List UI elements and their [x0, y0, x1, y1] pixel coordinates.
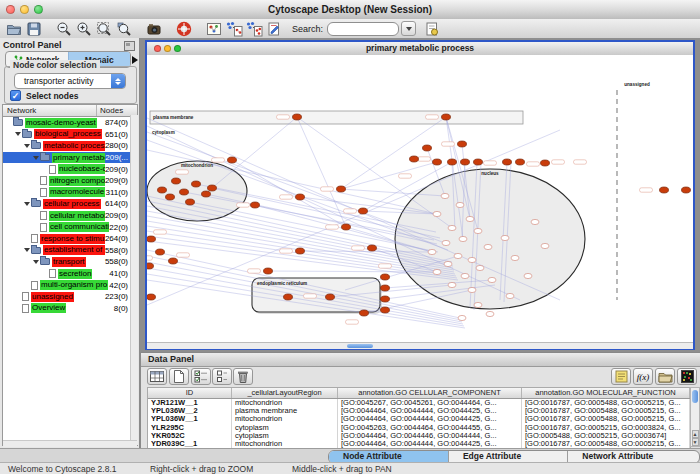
tree-row[interactable]: macromolecule met311(0)	[3, 187, 137, 199]
table-cell[interactable]: [GO:0044464, GO:0044444, GO:0044425, G..…	[338, 440, 522, 448]
expander-icon[interactable]	[23, 202, 31, 206]
gene-node-selected-color[interactable]	[381, 285, 390, 291]
table-row[interactable]: YKR052Ccytoplasm[GO:0044464, GO:0044446,…	[148, 432, 690, 440]
gene-node[interactable]	[458, 315, 466, 320]
table-row[interactable]: YPL036W__1mitochondrion[GO:0044464, GO:0…	[148, 415, 690, 423]
attribute-table-icon[interactable]	[147, 368, 167, 385]
table-column-header[interactable]: _cellularLayoutRegion	[232, 388, 338, 398]
gene-node-selected-color[interactable]	[682, 187, 691, 193]
gene-node[interactable]	[524, 273, 532, 278]
gene-node[interactable]	[428, 249, 436, 254]
tree-row[interactable]: transport558(0)	[3, 256, 137, 268]
table-column-header[interactable]: annotation.GO MOLECULAR_FUNCTION	[522, 388, 690, 398]
table-cell[interactable]: [GO:0045263, GO:0044464, GO:0044455, G..…	[338, 424, 522, 432]
gene-node-selected-color[interactable]	[660, 187, 669, 193]
gene-node-selected-color[interactable]	[423, 145, 432, 151]
gene-node-selected-color[interactable]	[442, 114, 451, 120]
search-dropdown-button[interactable]	[401, 21, 416, 36]
expander-icon[interactable]	[23, 144, 31, 148]
expander-icon[interactable]	[32, 156, 40, 160]
help-icon[interactable]	[174, 20, 194, 37]
tree-row[interactable]: unassigned223(0)	[3, 291, 137, 303]
table-cell[interactable]: [GO:0045267, GO:0045261, GO:0044464, G..…	[338, 399, 522, 407]
table-cell[interactable]: YJR121W__1	[148, 399, 232, 407]
table-cell[interactable]: [GO:0005488, GO:0005215, GO:0003674]	[522, 432, 690, 440]
gene-node[interactable]	[456, 202, 464, 207]
gene-node-selected-color[interactable]	[284, 294, 293, 300]
zoom-selected-icon[interactable]	[114, 20, 134, 37]
scroll-up-icon[interactable]: ▲	[692, 430, 699, 438]
gene-node[interactable]	[468, 257, 476, 262]
expander-icon[interactable]	[14, 132, 22, 136]
attribute-matrix-icon[interactable]	[677, 368, 697, 385]
color-attribute-dropdown[interactable]: transporter activity	[14, 73, 126, 89]
gene-node[interactable]	[454, 253, 462, 258]
gene-node-selected-color[interactable]	[503, 159, 512, 165]
gene-node-selected-color[interactable]	[458, 141, 467, 147]
gene-node[interactable]	[448, 225, 456, 230]
tree-row[interactable]: mosaic-demo-yeast874(0)	[3, 117, 137, 129]
tree-row[interactable]: nitrogen compound m209(0)	[3, 175, 137, 187]
zoom-fit-icon[interactable]	[94, 20, 114, 37]
table-cell[interactable]: [GO:0044464, GO:0044446, GO:0044444, G..…	[338, 432, 522, 440]
gene-node-selected-color[interactable]	[516, 159, 525, 165]
gene-node[interactable]	[442, 240, 450, 245]
tree-vertical-scrollbar[interactable]	[130, 115, 138, 445]
notes-icon[interactable]	[611, 368, 631, 385]
import-attributes-icon[interactable]	[655, 368, 675, 385]
gene-node-selected-color[interactable]	[293, 114, 302, 120]
tree-row[interactable]: cell communication22(0)	[3, 221, 137, 233]
import-edge-attributes-icon[interactable]	[244, 20, 264, 37]
delete-attribute-icon[interactable]	[233, 368, 253, 385]
gene-node-selected-color[interactable]	[296, 194, 305, 200]
snapshot-icon[interactable]	[144, 20, 164, 37]
table-cell[interactable]: cytoplasm	[232, 424, 338, 432]
table-cell[interactable]: YDR039C__1	[148, 440, 232, 448]
gene-node[interactable]	[448, 282, 456, 287]
select-attributes-icon[interactable]	[191, 368, 211, 385]
gene-node-selected-color[interactable]	[180, 189, 189, 195]
tab-overflow-arrow[interactable]	[132, 56, 138, 64]
gene-node-selected-color[interactable]	[186, 199, 195, 205]
gene-node[interactable]	[433, 211, 441, 216]
table-column-header[interactable]: annotation.GO CELLULAR_COMPONENT	[338, 388, 522, 398]
table-cell[interactable]: mitochondrion	[232, 415, 338, 423]
gene-node[interactable]	[484, 244, 492, 249]
gene-node-selected-color[interactable]	[326, 294, 335, 300]
gene-node-selected-color[interactable]	[166, 194, 175, 200]
gene-node[interactable]	[441, 193, 449, 198]
gene-node-selected-color[interactable]	[433, 159, 442, 165]
gene-node-selected-color[interactable]	[342, 224, 351, 230]
import-node-attributes-icon[interactable]	[224, 20, 244, 37]
scroll-down-icon[interactable]: ▼	[692, 438, 699, 446]
gene-node-selected-color[interactable]	[158, 187, 167, 193]
gene-node-selected-color[interactable]	[147, 263, 154, 269]
gene-node-selected-color[interactable]	[169, 258, 178, 264]
table-cell[interactable]: YPL036W__1	[148, 415, 232, 423]
table-cell[interactable]: mitochondrion	[232, 440, 338, 448]
unselect-attributes-icon[interactable]	[212, 368, 232, 385]
gene-node-selected-color[interactable]	[147, 294, 156, 300]
gene-node-selected-color[interactable]	[381, 296, 390, 302]
gene-node[interactable]	[511, 255, 519, 260]
tree-row[interactable]: Overview8(0)	[3, 303, 137, 315]
gene-node[interactable]	[474, 228, 482, 233]
gene-node[interactable]	[506, 293, 514, 298]
gene-node[interactable]	[433, 269, 441, 274]
table-cell[interactable]: cytoplasm	[232, 432, 338, 440]
gene-node-selected-color[interactable]	[202, 191, 211, 197]
select-nodes-checkbox[interactable]: ✓	[10, 90, 21, 101]
gene-node[interactable]	[501, 235, 509, 240]
gene-node-selected-color[interactable]	[461, 159, 470, 165]
quick-find-config-icon[interactable]	[422, 20, 442, 37]
gene-node-selected-color[interactable]	[337, 186, 346, 192]
table-cell[interactable]: [GO:0016787, GO:0005215, GO:0003824, G..…	[522, 424, 690, 432]
float-panel-icon[interactable]	[124, 41, 135, 51]
gene-node-selected-color[interactable]	[264, 268, 273, 274]
table-cell[interactable]: [GO:0016787, GO:0005488, GO:0005215, G..…	[522, 407, 690, 415]
vizmapper-icon[interactable]	[204, 20, 224, 37]
canvas-horizontal-scrollbar[interactable]	[147, 342, 693, 349]
table-row[interactable]: YPL036W__2plasma membrane[GO:0044464, GO…	[148, 407, 690, 415]
tree-row[interactable]: primary metabolic process209(...	[3, 152, 137, 164]
table-row[interactable]: YDR039C__1mitochondrion[GO:0044464, GO:0…	[148, 440, 690, 448]
